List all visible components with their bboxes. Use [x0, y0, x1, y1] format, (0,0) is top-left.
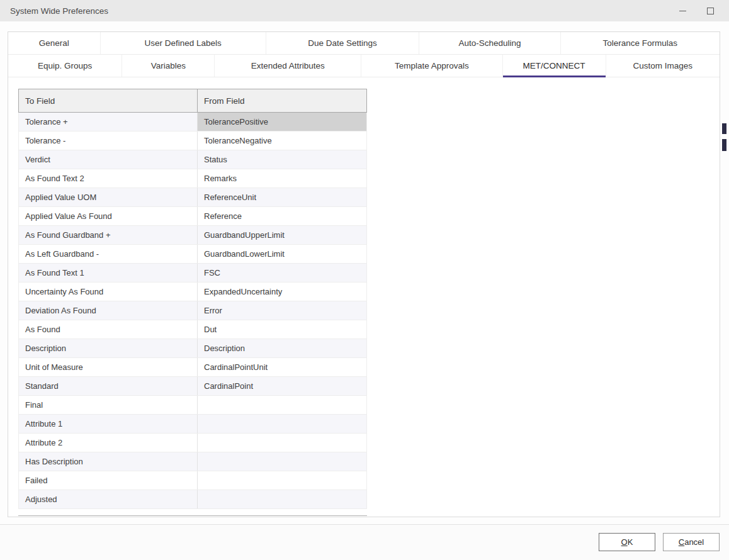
table-row: Attribute 1 — [19, 415, 367, 434]
ok-button[interactable]: OK — [599, 533, 655, 551]
from-field-cell[interactable] — [198, 396, 367, 415]
from-field-cell[interactable]: ReferenceUnit — [198, 188, 367, 207]
maximize-button[interactable] — [696, 0, 724, 21]
table-row: Tolerance -ToleranceNegative — [19, 132, 367, 150]
from-field-cell[interactable]: Remarks — [198, 169, 367, 188]
to-field-cell[interactable]: Final — [19, 396, 198, 415]
to-field-cell[interactable]: As Found Text 2 — [19, 169, 198, 188]
to-field-cell[interactable]: Verdict — [19, 150, 198, 169]
table-row: DescriptionDescription — [19, 339, 367, 358]
tab-template-approvals[interactable]: Template Approvals — [361, 55, 502, 77]
from-field-cell[interactable] — [198, 434, 367, 452]
from-field-cell[interactable]: TolerancePositive — [198, 113, 367, 132]
to-field-cell[interactable]: Deviation As Found — [19, 301, 198, 320]
to-field-cell[interactable]: Uncertainty As Found — [19, 283, 198, 301]
tab-tolerance-formulas[interactable]: Tolerance Formulas — [561, 32, 720, 54]
field-mapping-grid: To Field From Field Tolerance +Tolerance… — [18, 89, 367, 516]
to-field-cell[interactable]: As Found Guardband + — [19, 226, 198, 245]
tab-equip-groups[interactable]: Equip. Groups — [8, 55, 122, 77]
to-field-cell[interactable]: Description — [19, 339, 198, 358]
window-controls — [669, 0, 724, 21]
to-field-cell[interactable]: Has Description — [19, 452, 198, 471]
to-field-cell[interactable]: As Found Text 1 — [19, 264, 198, 283]
to-field-cell[interactable]: As Found — [19, 320, 198, 339]
table-row: As Found Text 2Remarks — [19, 169, 367, 188]
from-field-cell[interactable]: Error — [198, 301, 367, 320]
from-field-cell[interactable]: CardinalPoint — [198, 377, 367, 396]
from-field-cell[interactable] — [198, 471, 367, 490]
to-field-cell[interactable]: Tolerance + — [19, 113, 198, 132]
from-field-cell[interactable]: Description — [198, 339, 367, 358]
to-field-cell[interactable]: Attribute 1 — [19, 415, 198, 434]
table-row: Applied Value As FoundReference — [19, 207, 367, 226]
cancel-button[interactable]: Cancel — [663, 533, 720, 551]
table-row: As Found Guardband +GuardbandUpperLimit — [19, 226, 367, 245]
column-header-to-field[interactable]: To Field — [19, 89, 198, 113]
from-field-cell[interactable]: GuardbandLowerLimit — [198, 245, 367, 264]
from-field-cell[interactable]: ExpandedUncertainty — [198, 283, 367, 301]
from-field-cell[interactable]: FSC — [198, 264, 367, 283]
minimize-icon — [679, 11, 686, 11]
from-field-cell[interactable]: Reference — [198, 207, 367, 226]
table-row: VerdictStatus — [19, 150, 367, 169]
to-field-cell[interactable]: Adjusted — [19, 490, 198, 509]
tab-due-date-settings[interactable]: Due Date Settings — [266, 32, 420, 54]
from-field-cell[interactable]: ToleranceNegative — [198, 132, 367, 150]
met-connect-tab-panel: To Field From Field Tolerance +Tolerance… — [8, 77, 720, 517]
minimize-button[interactable] — [669, 0, 696, 21]
table-row: Failed — [19, 471, 367, 490]
table-row: Has Description — [19, 452, 367, 471]
tab-variables[interactable]: Variables — [122, 55, 215, 77]
from-field-cell[interactable] — [198, 452, 367, 471]
tab-user-defined-labels[interactable]: User Defined Labels — [101, 32, 266, 54]
tab-general[interactable]: General — [8, 32, 101, 54]
table-row: Unit of MeasureCardinalPointUnit — [19, 358, 367, 377]
right-edge-mark — [722, 139, 726, 151]
tab-row-2: Equip. GroupsVariablesExtended Attribute… — [8, 55, 720, 77]
window-title: System Wide Preferences — [10, 6, 108, 16]
tab-auto-scheduling[interactable]: Auto-Scheduling — [419, 32, 560, 54]
to-field-cell[interactable]: Tolerance - — [19, 132, 198, 150]
from-field-cell[interactable] — [198, 490, 367, 509]
field-mapping-table: To Field From Field Tolerance +Tolerance… — [18, 89, 367, 509]
dialog-footer: OK Cancel — [0, 524, 729, 560]
table-row: As Left Guardband -GuardbandLowerLimit — [19, 245, 367, 264]
to-field-cell[interactable]: Failed — [19, 471, 198, 490]
to-field-cell[interactable]: Attribute 2 — [19, 434, 198, 452]
from-field-cell[interactable]: Dut — [198, 320, 367, 339]
from-field-cell[interactable]: Status — [198, 150, 367, 169]
table-row: Uncertainty As FoundExpandedUncertainty — [19, 283, 367, 301]
table-row: Final — [19, 396, 367, 415]
table-row: As FoundDut — [19, 320, 367, 339]
table-row: Applied Value UOMReferenceUnit — [19, 188, 367, 207]
maximize-icon — [707, 8, 714, 14]
table-row: Tolerance +TolerancePositive — [19, 113, 367, 132]
to-field-cell[interactable]: Applied Value UOM — [19, 188, 198, 207]
column-header-from-field[interactable]: From Field — [198, 89, 367, 113]
to-field-cell[interactable]: As Left Guardband - — [19, 245, 198, 264]
to-field-cell[interactable]: Applied Value As Found — [19, 207, 198, 226]
from-field-cell[interactable] — [198, 415, 367, 434]
tab-row-1: GeneralUser Defined LabelsDue Date Setti… — [8, 32, 720, 55]
from-field-cell[interactable]: CardinalPointUnit — [198, 358, 367, 377]
tab-extended-attributes[interactable]: Extended Attributes — [215, 55, 361, 77]
tab-custom-images[interactable]: Custom Images — [606, 55, 720, 77]
table-header-row: To Field From Field — [19, 89, 367, 113]
table-row: Adjusted — [19, 490, 367, 509]
preferences-tab-control: GeneralUser Defined LabelsDue Date Setti… — [8, 31, 720, 517]
table-row: Deviation As FoundError — [19, 301, 367, 320]
table-row: As Found Text 1FSC — [19, 264, 367, 283]
right-edge-mark — [722, 123, 726, 134]
to-field-cell[interactable]: Unit of Measure — [19, 358, 198, 377]
to-field-cell[interactable]: Standard — [19, 377, 198, 396]
from-field-cell[interactable]: GuardbandUpperLimit — [198, 226, 367, 245]
table-row: StandardCardinalPoint — [19, 377, 367, 396]
tab-met-connect[interactable]: MET/CONNECT — [503, 55, 606, 77]
table-row: Attribute 2 — [19, 434, 367, 452]
titlebar[interactable]: System Wide Preferences — [0, 0, 729, 21]
